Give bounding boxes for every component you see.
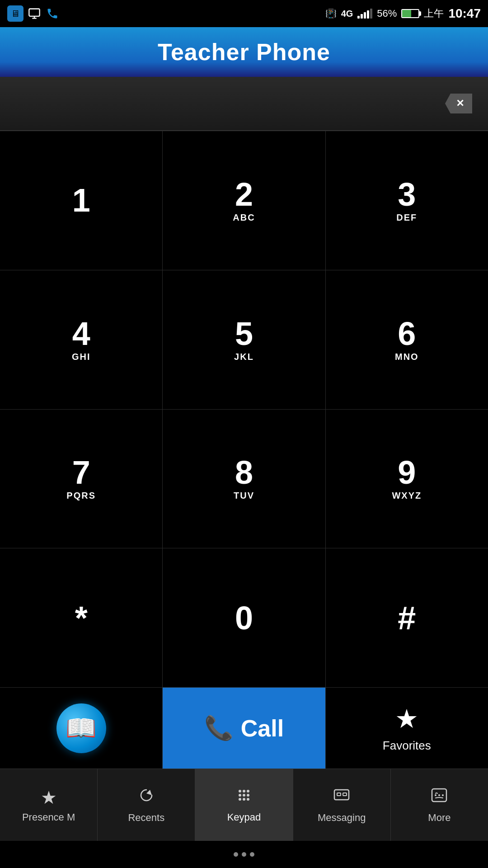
key-0[interactable]: 0: [163, 548, 325, 687]
app-icon: 🖥: [7, 5, 23, 22]
nav-item-messaging[interactable]: Messaging: [293, 769, 391, 841]
dot-1: [234, 852, 238, 857]
vibrate-icon: 📳: [325, 8, 337, 19]
svg-point-5: [247, 790, 249, 793]
keypad-row-2: 4 GHI 5 JKL 6 MNO: [0, 270, 488, 410]
backspace-button[interactable]: ✕: [443, 92, 474, 115]
svg-rect-14: [343, 793, 347, 796]
recents-icon: [137, 786, 155, 808]
call-phone-icon: 📞: [204, 714, 234, 742]
call-row: 📖 📞 Call ★ Favorites: [0, 687, 488, 769]
key-9[interactable]: 9 WXYZ: [326, 410, 488, 548]
time-period: 上午: [424, 7, 444, 20]
nav-label-presence: Presence M: [22, 811, 75, 823]
nav-label-more: More: [428, 812, 450, 824]
page-title: Teacher Phone: [158, 38, 330, 66]
nav-item-presence[interactable]: ★ Presence M: [0, 769, 98, 841]
navigation-dots: [0, 841, 488, 868]
svg-point-7: [243, 794, 245, 797]
key-7[interactable]: 7 PQRS: [0, 410, 163, 548]
more-icon: [430, 786, 448, 808]
favorites-button[interactable]: ★ Favorites: [326, 688, 488, 769]
book-button[interactable]: 📖: [0, 688, 163, 769]
dialpad: 1 2 ABC 3 DEF 4 GHI 5 JKL 6 MNO 7 PQRS: [0, 131, 488, 687]
key-hash[interactable]: #: [326, 548, 488, 687]
svg-point-9: [239, 798, 241, 801]
nav-item-more[interactable]: More: [391, 769, 488, 841]
key-6[interactable]: 6 MNO: [326, 270, 488, 409]
svg-point-16: [435, 794, 436, 796]
key-1[interactable]: 1: [0, 131, 163, 270]
svg-point-6: [239, 794, 241, 797]
nav-label-messaging: Messaging: [318, 812, 366, 824]
key-8[interactable]: 8 TUV: [163, 410, 325, 548]
keypad-icon: [235, 787, 253, 808]
key-2[interactable]: 2 ABC: [163, 131, 325, 270]
svg-point-17: [438, 794, 440, 796]
phone-input-area: ✕: [0, 77, 488, 131]
notification-icon: [27, 6, 42, 21]
status-left-icons: 🖥: [7, 5, 60, 22]
keypad-row-4: * 0 #: [0, 548, 488, 687]
book-icon: 📖: [56, 703, 106, 753]
svg-point-8: [247, 794, 249, 797]
favorites-star-icon: ★: [395, 703, 418, 734]
svg-point-3: [239, 790, 241, 793]
favorites-label: Favorites: [383, 739, 431, 753]
time-display: 10:47: [448, 6, 481, 21]
nav-item-keypad[interactable]: Keypad: [195, 769, 293, 841]
status-right-info: 📳 4G 56% 上午 10:47: [325, 6, 481, 21]
key-star[interactable]: *: [0, 548, 163, 687]
signal-bars: [357, 9, 372, 19]
nav-label-recents: Recents: [128, 812, 164, 824]
call-icon: [45, 6, 60, 21]
battery-percent: 56%: [377, 8, 397, 19]
call-button[interactable]: 📞 Call: [163, 688, 325, 769]
svg-point-4: [243, 790, 245, 793]
presence-icon: ★: [41, 787, 57, 808]
network-type: 4G: [341, 9, 353, 19]
backspace-icon: ✕: [445, 94, 472, 113]
status-bar: 🖥 📳 4G 56% 上午 10:47: [0, 0, 488, 27]
svg-point-10: [243, 798, 245, 801]
key-5[interactable]: 5 JKL: [163, 270, 325, 409]
call-label: Call: [241, 715, 284, 742]
svg-point-18: [442, 794, 444, 796]
bottom-navigation: ★ Presence M Recents Keypad: [0, 769, 488, 841]
keypad-row-3: 7 PQRS 8 TUV 9 WXYZ: [0, 410, 488, 549]
nav-item-recents[interactable]: Recents: [98, 769, 195, 841]
key-4[interactable]: 4 GHI: [0, 270, 163, 409]
battery-icon: [401, 9, 419, 18]
messaging-icon: [333, 786, 351, 808]
app-header: Teacher Phone: [0, 27, 488, 77]
svg-rect-0: [29, 9, 39, 16]
svg-point-11: [247, 798, 249, 801]
svg-rect-13: [337, 793, 341, 796]
key-3[interactable]: 3 DEF: [326, 131, 488, 270]
nav-label-keypad: Keypad: [227, 811, 261, 823]
dot-2: [242, 852, 246, 857]
dot-3: [250, 852, 254, 857]
keypad-row-1: 1 2 ABC 3 DEF: [0, 131, 488, 270]
